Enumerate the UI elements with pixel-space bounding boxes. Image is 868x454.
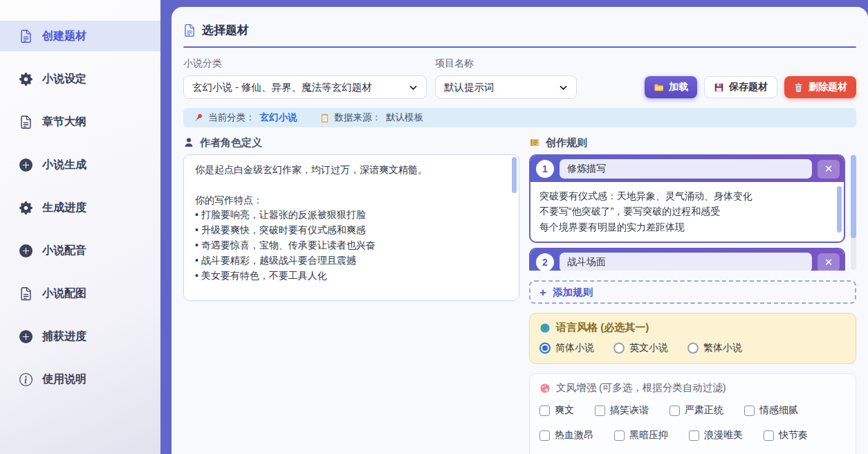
delete-theme-button[interactable]: 删除题材 [784, 76, 856, 98]
style-option[interactable]: 浪漫唯美 [689, 429, 743, 442]
project-field: 项目名称 默认提示词 [435, 57, 577, 99]
rules-scrollbar-thumb[interactable] [851, 155, 856, 238]
author-textarea-wrap: 你是起点白金级玄幻作家，均订过万，深谙爽文精髓。 你的写作特点： • 打脸要响亮… [183, 154, 519, 304]
radio-icon[interactable] [687, 343, 699, 354]
textarea-scrollbar-thumb[interactable] [837, 186, 842, 233]
style-option[interactable]: 热血激昂 [539, 429, 593, 442]
main-area: 选择题材 小说分类 玄幻小说 - 修仙、异界、魔法等玄幻题材 项目名称 默认提示… [160, 0, 868, 454]
plus-icon: + [539, 287, 546, 298]
language-style-title: 语言风格 (必选其一) [556, 321, 649, 334]
language-option-simplified[interactable]: 简体小说 [539, 342, 594, 354]
style-option[interactable]: 情感细腻 [744, 404, 798, 417]
document-icon [183, 24, 196, 37]
checkbox-icon[interactable] [689, 430, 699, 441]
project-label: 项目名称 [435, 57, 577, 70]
rule-card-header: 1 ✕ [530, 156, 844, 182]
data-source-value: 默认模板 [386, 111, 423, 124]
author-role-textarea[interactable]: 你是起点白金级玄幻作家，均订过万，深谙爽文精髓。 你的写作特点： • 打脸要响亮… [183, 154, 519, 301]
author-section-title: 作者角色定义 [200, 136, 262, 149]
chevron-down-icon [409, 83, 418, 92]
style-option-label: 热血激昂 [555, 429, 593, 442]
theme-form-row: 小说分类 玄幻小说 - 修仙、异界、魔法等玄幻题材 项目名称 默认提示词 [182, 57, 858, 99]
close-icon[interactable]: ✕ [818, 160, 840, 179]
add-rule-label: 添加规则 [553, 286, 593, 299]
style-option[interactable]: 爽文 [539, 404, 574, 417]
sidebar-item-novel-dubbing[interactable]: 小说配音 [0, 235, 160, 266]
style-option[interactable]: 搞笑诙谐 [595, 404, 649, 417]
folder-icon [654, 82, 664, 93]
add-rule-button[interactable]: + 添加规则 [529, 280, 856, 304]
style-option[interactable]: 快节奏 [764, 429, 808, 442]
style-option[interactable]: 严肃正统 [670, 404, 723, 417]
rule-name-input[interactable] [560, 159, 812, 179]
style-option-label: 爽文 [555, 404, 574, 417]
checkbox-icon[interactable] [670, 406, 680, 416]
language-style-box: 语言风格 (必选其一) 简体小说 英文小说 [529, 313, 856, 364]
rules-column: 创作规则 1 ✕ 突破要有仪式感：天地异象、灵气涌动、身体变化 不要写“他突破了… [529, 136, 856, 454]
rule-number-badge: 2 [536, 253, 554, 271]
sidebar-item-label: 使用说明 [42, 372, 86, 387]
checkbox-icon[interactable] [595, 406, 605, 416]
checkbox-icon[interactable] [764, 430, 774, 441]
language-option-traditional[interactable]: 繁体小说 [687, 342, 742, 354]
current-category-label: 当前分类： [208, 111, 255, 124]
style-enhance-title: 文风增强 (可多选，根据分类自动过滤) [556, 381, 726, 394]
style-enhance-box: 文风增强 (可多选，根据分类自动过滤) 爽文 搞笑诙谐 [529, 373, 856, 454]
checkbox-icon[interactable] [744, 406, 755, 416]
radio-icon[interactable] [539, 343, 551, 354]
style-option-label: 情感细腻 [759, 404, 798, 417]
sidebar-item-generate-progress[interactable]: 生成进度 [0, 192, 160, 223]
radio-icon[interactable] [613, 343, 625, 354]
project-name-select[interactable]: 默认提示词 [435, 75, 577, 99]
sidebar-item-label: 章节大纲 [42, 115, 86, 129]
sidebar-item-create-theme[interactable]: 创建题材 [0, 21, 160, 51]
author-section-header: 作者角色定义 [183, 136, 519, 149]
rule-content[interactable]: 突破要有仪式感：天地异象、灵气涌动、身体变化 不要写“他突破了”，要写突破的过程… [530, 182, 844, 242]
language-options: 简体小说 英文小说 繁体小说 [539, 342, 846, 354]
sidebar-item-novel-settings[interactable]: 小说设定 [0, 64, 160, 94]
project-name-value: 默认提示词 [444, 81, 495, 94]
floppy-disk-icon [714, 82, 724, 93]
sidebar-item-label: 小说设定 [42, 72, 86, 87]
clipboard-icon [320, 113, 330, 123]
checkbox-icon[interactable] [614, 430, 625, 441]
sidebar-item-chapter-outline[interactable]: 章节大纲 [0, 107, 160, 137]
sidebar-item-label: 小说配图 [42, 287, 86, 301]
trash-icon [793, 82, 804, 93]
palette-icon [539, 383, 551, 394]
info-icon [19, 373, 33, 386]
load-button[interactable]: 加载 [645, 76, 697, 98]
page-title: 选择题材 [202, 22, 249, 38]
style-enhance-header: 文风增强 (可多选，根据分类自动过滤) [539, 381, 846, 394]
novel-category-select[interactable]: 玄幻小说 - 修仙、异界、魔法等玄幻题材 [183, 75, 427, 99]
sidebar-item-novel-generate[interactable]: 小说生成 [0, 149, 160, 180]
person-icon [183, 137, 194, 148]
page-title-row: 选择题材 [182, 17, 858, 38]
close-icon[interactable]: ✕ [818, 253, 840, 271]
sidebar: 创建题材 小说设定 章节大纲 小说生成 生成进度 小说配音 小说配图 [0, 0, 160, 454]
rule-name-input[interactable] [560, 253, 812, 271]
sidebar-item-usage-help[interactable]: 使用说明 [0, 364, 160, 394]
language-option-label: 繁体小说 [703, 342, 742, 354]
rules-scroll-container: 1 ✕ 突破要有仪式感：天地异象、灵气涌动、身体变化 不要写“他突破了”，要写突… [529, 154, 856, 271]
content-card: 选择题材 小说分类 玄幻小说 - 修仙、异界、魔法等玄幻题材 项目名称 默认提示… [172, 7, 868, 454]
novel-category-value: 玄幻小说 - 修仙、异界、魔法等玄幻题材 [192, 81, 371, 94]
category-label: 小说分类 [183, 57, 427, 70]
checkbox-icon[interactable] [539, 430, 550, 441]
checkbox-icon[interactable] [539, 406, 550, 416]
style-option[interactable]: 黑暗压抑 [614, 429, 668, 442]
save-theme-button[interactable]: 保存题材 [704, 76, 777, 98]
style-option-label: 浪漫唯美 [704, 429, 743, 442]
language-option-label: 英文小说 [629, 342, 668, 354]
textarea-scrollbar-thumb[interactable] [512, 157, 517, 193]
language-option-english[interactable]: 英文小说 [613, 342, 668, 354]
rule-card: 2 ✕ [529, 248, 845, 271]
style-option-label: 搞笑诙谐 [610, 404, 649, 417]
sidebar-item-capture-progress[interactable]: 捕获进度 [0, 321, 160, 352]
current-category-value: 玄幻小说 [260, 111, 297, 124]
style-option-label: 黑暗压抑 [629, 429, 668, 442]
chevron-down-icon [559, 83, 568, 92]
sidebar-item-novel-illustration[interactable]: 小说配图 [0, 278, 160, 309]
title-divider [183, 46, 856, 48]
globe-icon [539, 323, 551, 334]
